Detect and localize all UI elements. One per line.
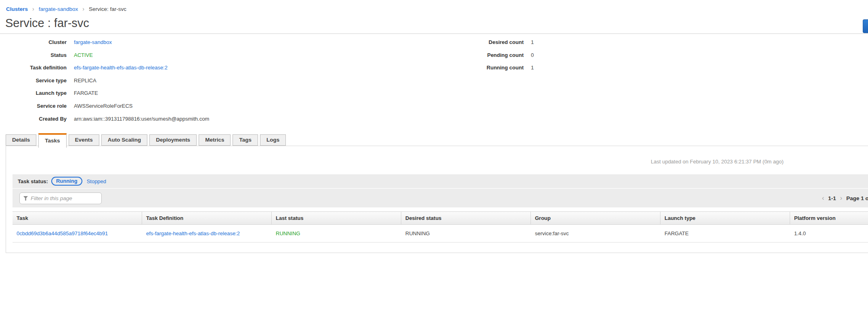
breadcrumb-current: Service: far-svc bbox=[89, 6, 126, 12]
launch-type-cell: FARGATE bbox=[660, 225, 790, 242]
detail-label: Status bbox=[0, 52, 67, 60]
task-definition-link[interactable]: efs-fargate-health-efs-atlas-db-release:… bbox=[74, 65, 168, 72]
breadcrumb: Clusters › fargate-sandbox › Service: fa… bbox=[6, 6, 126, 12]
detail-label: Service role bbox=[0, 103, 67, 111]
detail-label: Pending count bbox=[456, 52, 524, 60]
filter-input[interactable] bbox=[31, 195, 98, 201]
tasks-toolbar: Task status: Running Stopped ‹ 1-1 › Pag… bbox=[13, 174, 868, 207]
service-details-left: Cluster fargate-sandbox Status ACTIVE Ta… bbox=[0, 39, 209, 128]
detail-row-launch-type: Launch type FARGATE bbox=[0, 90, 209, 98]
detail-label: Cluster bbox=[0, 39, 67, 47]
tab-details[interactable]: Details bbox=[6, 134, 36, 146]
detail-label: Desired count bbox=[456, 39, 524, 47]
running-count-value: 1 bbox=[531, 65, 534, 72]
ecs-service-page: Clusters › fargate-sandbox › Service: fa… bbox=[0, 0, 868, 322]
task-id-cell: 0cbdd69d3b6a44d585a9718f64ec4b91 bbox=[13, 225, 142, 242]
tab-bar: Details Tasks Events Auto Scaling Deploy… bbox=[6, 133, 286, 146]
task-status-stopped-toggle[interactable]: Stopped bbox=[87, 178, 106, 184]
service-role-value: AWSServiceRoleForECS bbox=[74, 103, 132, 111]
detail-label: Created By bbox=[0, 116, 67, 123]
column-header-desired-status[interactable]: Desired status bbox=[401, 212, 531, 224]
detail-label: Task definition bbox=[0, 65, 67, 72]
platform-version-cell: 1.4.0 bbox=[790, 225, 868, 242]
detail-row-desired-count: Desired count 1 bbox=[456, 39, 534, 47]
task-definition-cell: efs-fargate-health-efs-atlas-db-release:… bbox=[142, 225, 272, 242]
pagination-page-label: Page 1 of 1 bbox=[846, 195, 868, 201]
created-by-value: arn:aws:iam::391311798816:user/sumesh@ap… bbox=[74, 116, 209, 123]
column-header-task-definition[interactable]: Task Definition bbox=[142, 212, 272, 224]
breadcrumb-cluster-link[interactable]: fargate-sandbox bbox=[39, 6, 78, 12]
filter-box bbox=[19, 192, 102, 204]
page-title: Service : far-svc bbox=[5, 17, 89, 30]
desired-status-cell: RUNNING bbox=[401, 225, 531, 242]
detail-row-task-definition: Task definition efs-fargate-health-efs-a… bbox=[0, 65, 209, 72]
task-status-running-toggle[interactable]: Running bbox=[51, 177, 82, 186]
tab-tasks[interactable]: Tasks bbox=[38, 133, 66, 148]
filter-funnel-icon bbox=[23, 196, 28, 201]
detail-row-status: Status ACTIVE bbox=[0, 52, 209, 60]
breadcrumb-separator-icon: › bbox=[32, 6, 34, 12]
tab-auto-scaling[interactable]: Auto Scaling bbox=[101, 134, 148, 146]
title-divider bbox=[0, 33, 868, 34]
column-header-launch-type[interactable]: Launch type bbox=[660, 212, 790, 224]
pagination-prev-icon[interactable]: ‹ bbox=[822, 194, 824, 202]
last-status-cell: RUNNING bbox=[272, 225, 401, 242]
column-header-task[interactable]: Task bbox=[13, 212, 142, 224]
pagination-range: 1-1 bbox=[828, 195, 836, 201]
detail-label: Launch type bbox=[0, 90, 67, 98]
detail-row-pending-count: Pending count 0 bbox=[456, 52, 534, 60]
cluster-link[interactable]: fargate-sandbox bbox=[74, 39, 112, 47]
breadcrumb-separator-icon: › bbox=[82, 6, 84, 12]
group-cell: service:far-svc bbox=[531, 225, 660, 242]
column-header-platform-version[interactable]: Platform version bbox=[790, 212, 868, 224]
tab-deployments[interactable]: Deployments bbox=[149, 134, 197, 146]
desired-count-value: 1 bbox=[531, 39, 534, 47]
tab-metrics[interactable]: Metrics bbox=[199, 134, 231, 146]
last-updated-text: Last updated on February 10, 2023 6:21:3… bbox=[651, 159, 784, 165]
detail-row-created-by: Created By arn:aws:iam::391311798816:use… bbox=[0, 116, 209, 123]
tab-events[interactable]: Events bbox=[69, 134, 99, 146]
breadcrumb-clusters-link[interactable]: Clusters bbox=[6, 6, 28, 12]
pagination: ‹ 1-1 › Page 1 of 1 bbox=[822, 189, 868, 207]
launch-type-value: FARGATE bbox=[74, 90, 98, 98]
table-row: 0cbdd69d3b6a44d585a9718f64ec4b91 efs-far… bbox=[13, 225, 868, 243]
pending-count-value: 0 bbox=[531, 52, 534, 60]
task-status-row: Task status: Running Stopped bbox=[13, 174, 868, 188]
task-id-link[interactable]: 0cbdd69d3b6a44d585a9718f64ec4b91 bbox=[17, 230, 108, 236]
detail-label: Running count bbox=[456, 65, 524, 72]
detail-label: Service type bbox=[0, 77, 67, 85]
tasks-table: Task Task Definition Last status Desired… bbox=[13, 211, 868, 243]
filter-row: ‹ 1-1 › Page 1 of 1 bbox=[13, 188, 868, 207]
detail-row-service-type: Service type REPLICA bbox=[0, 77, 209, 85]
column-header-last-status[interactable]: Last status bbox=[272, 212, 401, 224]
detail-row-running-count: Running count 1 bbox=[456, 65, 534, 72]
row-task-definition-link[interactable]: efs-fargate-health-efs-atlas-db-release:… bbox=[146, 230, 240, 236]
primary-action-button-clipped[interactable] bbox=[863, 19, 868, 33]
tab-tags[interactable]: Tags bbox=[233, 134, 258, 146]
tab-logs[interactable]: Logs bbox=[260, 134, 286, 146]
task-status-label: Task status: bbox=[18, 178, 48, 184]
pagination-next-icon[interactable]: › bbox=[840, 194, 842, 202]
column-header-group[interactable]: Group bbox=[531, 212, 660, 224]
service-type-value: REPLICA bbox=[74, 77, 96, 85]
detail-row-service-role: Service role AWSServiceRoleForECS bbox=[0, 103, 209, 111]
tasks-table-header: Task Task Definition Last status Desired… bbox=[13, 211, 868, 225]
detail-row-cluster: Cluster fargate-sandbox bbox=[0, 39, 209, 47]
service-status-value: ACTIVE bbox=[74, 52, 93, 60]
service-details-right: Desired count 1 Pending count 0 Running … bbox=[456, 39, 534, 77]
